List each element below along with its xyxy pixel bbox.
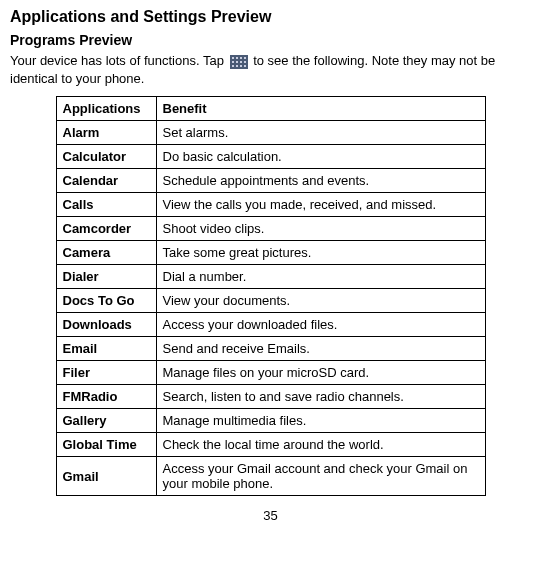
- app-name-cell: Filer: [56, 361, 156, 385]
- app-name-cell: Dialer: [56, 265, 156, 289]
- app-name-cell: Calculator: [56, 145, 156, 169]
- benefit-cell: View your documents.: [156, 289, 485, 313]
- app-name-cell: Email: [56, 337, 156, 361]
- table-row: DownloadsAccess your downloaded files.: [56, 313, 485, 337]
- table-row: GmailAccess your Gmail account and check…: [56, 457, 485, 496]
- apps-grid-icon: [230, 55, 248, 69]
- benefit-cell: View the calls you made, received, and m…: [156, 193, 485, 217]
- app-name-cell: Gmail: [56, 457, 156, 496]
- table-row: Docs To GoView your documents.: [56, 289, 485, 313]
- page-title: Applications and Settings Preview: [10, 8, 531, 26]
- benefit-cell: Set alarms.: [156, 121, 485, 145]
- col-header-applications: Applications: [56, 97, 156, 121]
- col-header-benefit: Benefit: [156, 97, 485, 121]
- table-row: Global TimeCheck the local time around t…: [56, 433, 485, 457]
- benefit-cell: Manage files on your microSD card.: [156, 361, 485, 385]
- intro-text-after-icon: to see the following.: [253, 53, 372, 68]
- intro-text-before-icon: Your device has lots of functions. Tap: [10, 53, 228, 68]
- benefit-cell: Shoot video clips.: [156, 217, 485, 241]
- table-row: CamcorderShoot video clips.: [56, 217, 485, 241]
- table-row: EmailSend and receive Emails.: [56, 337, 485, 361]
- app-name-cell: Calendar: [56, 169, 156, 193]
- table-header-row: Applications Benefit: [56, 97, 485, 121]
- section-subtitle: Programs Preview: [10, 32, 531, 48]
- table-row: GalleryManage multimedia files.: [56, 409, 485, 433]
- applications-table: Applications Benefit AlarmSet alarms.Cal…: [56, 96, 486, 496]
- benefit-cell: Schedule appointments and events.: [156, 169, 485, 193]
- benefit-cell: Check the local time around the world.: [156, 433, 485, 457]
- benefit-cell: Access your Gmail account and check your…: [156, 457, 485, 496]
- app-name-cell: Downloads: [56, 313, 156, 337]
- table-row: FMRadioSearch, listen to and save radio …: [56, 385, 485, 409]
- benefit-cell: Dial a number.: [156, 265, 485, 289]
- app-name-cell: Gallery: [56, 409, 156, 433]
- table-row: DialerDial a number.: [56, 265, 485, 289]
- table-row: CallsView the calls you made, received, …: [56, 193, 485, 217]
- benefit-cell: Do basic calculation.: [156, 145, 485, 169]
- benefit-cell: Manage multimedia files.: [156, 409, 485, 433]
- app-name-cell: Docs To Go: [56, 289, 156, 313]
- app-name-cell: Alarm: [56, 121, 156, 145]
- table-row: CameraTake some great pictures.: [56, 241, 485, 265]
- benefit-cell: Access your downloaded files.: [156, 313, 485, 337]
- app-name-cell: Camcorder: [56, 217, 156, 241]
- table-row: FilerManage files on your microSD card.: [56, 361, 485, 385]
- benefit-cell: Take some great pictures.: [156, 241, 485, 265]
- app-name-cell: Global Time: [56, 433, 156, 457]
- table-row: CalculatorDo basic calculation.: [56, 145, 485, 169]
- page-number: 35: [10, 508, 531, 523]
- table-row: AlarmSet alarms.: [56, 121, 485, 145]
- app-name-cell: FMRadio: [56, 385, 156, 409]
- app-name-cell: Calls: [56, 193, 156, 217]
- table-row: CalendarSchedule appointments and events…: [56, 169, 485, 193]
- benefit-cell: Send and receive Emails.: [156, 337, 485, 361]
- intro-paragraph: Your device has lots of functions. Tap t…: [10, 52, 531, 88]
- benefit-cell: Search, listen to and save radio channel…: [156, 385, 485, 409]
- app-name-cell: Camera: [56, 241, 156, 265]
